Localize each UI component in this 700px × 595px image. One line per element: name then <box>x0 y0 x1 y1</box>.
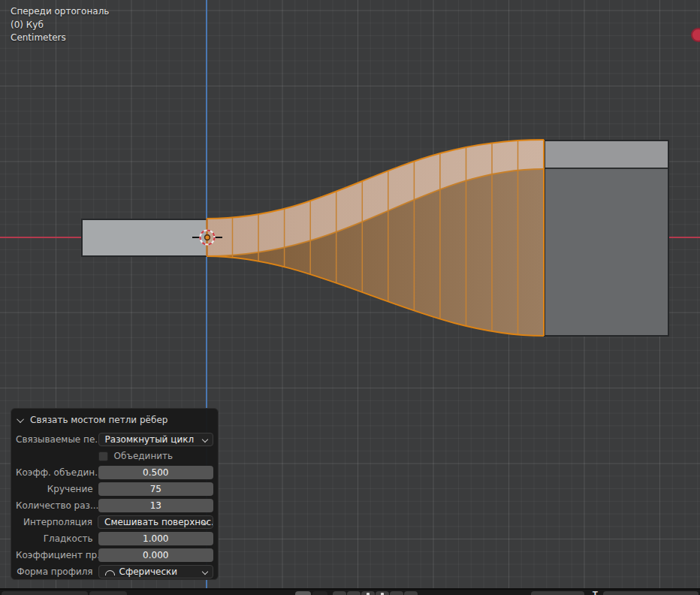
connect-loops-dropdown[interactable]: Разомкнутый цикл <box>98 433 213 446</box>
field-label: Гладкость <box>16 533 98 544</box>
timeline-tab-2[interactable] <box>89 591 127 595</box>
field-label: Связываемые пе... <box>16 434 98 445</box>
row-profile-shape: Форма профиля Сферически <box>16 563 213 580</box>
panel-title: Связать мостом петли рёбер <box>30 415 167 425</box>
row-twist: Кручение 75 <box>16 481 213 497</box>
timeline-button-dark[interactable] <box>312 591 327 595</box>
row-profile-factor: Коэффициент пр... 0.000 <box>16 547 213 563</box>
field-label: Коэффициент пр... <box>16 550 98 560</box>
row-connect-loops: Связываемые пе... Разомкнутый цикл <box>16 431 213 448</box>
field-label: Кручение <box>16 484 98 494</box>
row-merge: Объединить <box>16 448 213 464</box>
timeline-header-strip: T <box>0 588 700 595</box>
row-merge-factor: Коэфф. объедин... 0.500 <box>16 464 213 481</box>
twist-field[interactable]: 75 <box>98 482 213 496</box>
smoothness-field[interactable]: 1.000 <box>98 532 213 545</box>
row-number-of-cuts: Количество раз... 13 <box>16 497 213 514</box>
arc-curve-icon <box>105 570 115 575</box>
panel-header[interactable]: Связать мостом петли рёбер <box>16 413 213 427</box>
3d-viewport[interactable]: Спереди ортогональ (0) Куб Centimeters С… <box>0 0 700 588</box>
next-keyframe-button[interactable] <box>390 591 403 595</box>
field-label: Коэфф. объедин... <box>16 467 98 478</box>
timeline-button-light[interactable] <box>295 591 311 595</box>
play-button[interactable] <box>376 591 389 595</box>
frame-range-field[interactable] <box>603 591 698 595</box>
checkbox-label: Объединить <box>114 451 173 461</box>
prev-keyframe-button[interactable] <box>347 591 361 595</box>
dropdown-value: Смешивать поверхнос... <box>104 517 213 527</box>
merge-factor-field[interactable]: 0.500 <box>98 466 213 479</box>
view-name-label: Спереди ортогональ <box>11 5 109 19</box>
frame-current-field[interactable] <box>531 591 584 595</box>
jump-to-start-button[interactable] <box>333 591 346 595</box>
units-label: Centimeters <box>11 32 109 45</box>
row-interpolation: Интерполяция Смешивать поверхнос... <box>16 514 213 530</box>
active-object-label: (0) Куб <box>11 19 109 32</box>
red-indicator-dot <box>691 28 700 42</box>
chevron-down-icon <box>202 569 208 575</box>
row-smoothness: Гладкость 1.000 <box>16 530 213 547</box>
field-label: Количество раз... <box>16 500 98 511</box>
merge-checkbox[interactable] <box>98 452 108 461</box>
timeline-t-icon: T <box>593 590 598 595</box>
play-reverse-button[interactable] <box>361 591 375 595</box>
field-label: Интерполяция <box>16 517 98 527</box>
dropdown-value: Разомкнутый цикл <box>105 434 195 445</box>
viewport-text-overlay: Спереди ортогональ (0) Куб Centimeters <box>11 5 109 45</box>
profile-factor-field[interactable]: 0.000 <box>98 548 213 562</box>
interpolation-dropdown[interactable]: Смешивать поверхнос... <box>98 515 213 529</box>
dropdown-value: Сферически <box>119 566 178 577</box>
field-label: Форма профиля <box>16 566 98 577</box>
timeline-tab-1[interactable] <box>2 591 88 595</box>
cuts-field[interactable]: 13 <box>98 499 213 512</box>
jump-to-end-button[interactable] <box>404 591 418 595</box>
chevron-down-icon <box>17 415 24 423</box>
operator-panel-bridge-edge-loops[interactable]: Связать мостом петли рёбер Связываемые п… <box>11 408 219 580</box>
profile-shape-dropdown[interactable]: Сферически <box>98 565 213 578</box>
chevron-down-icon <box>202 436 208 442</box>
